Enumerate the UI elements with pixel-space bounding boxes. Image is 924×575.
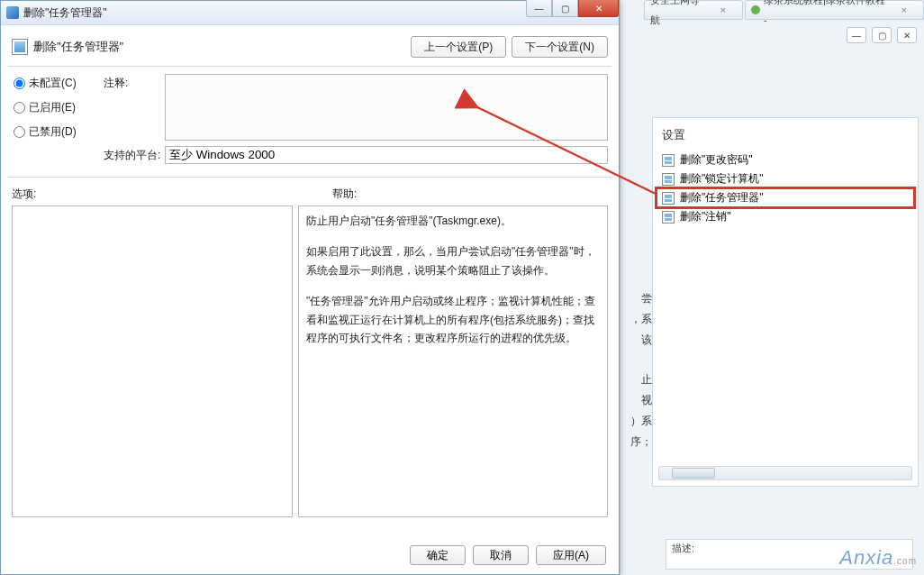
previous-setting-button[interactable]: 上一个设置(P) bbox=[411, 36, 506, 58]
radio-input[interactable] bbox=[14, 102, 25, 114]
help-pane[interactable]: 防止用户启动"任务管理器"(Taskmgr.exe)。 如果启用了此设置，那么，… bbox=[298, 205, 608, 517]
comment-label: 注释: bbox=[104, 74, 165, 141]
radio-disabled[interactable]: 已禁用(D) bbox=[14, 124, 104, 140]
gp-item-task-manager[interactable]: 删除"任务管理器" bbox=[657, 188, 914, 207]
minimize-button[interactable]: — bbox=[847, 27, 866, 43]
dialog-footer: 确定 取消 应用(A) bbox=[410, 545, 606, 565]
watermark: Anxia.com bbox=[839, 546, 917, 570]
gp-item-lock-computer[interactable]: 删除"锁定计算机" bbox=[657, 169, 914, 188]
header-title: 删除"任务管理器" bbox=[33, 39, 405, 55]
gp-item-label: 删除"锁定计算机" bbox=[680, 171, 764, 187]
maximize-button[interactable]: ▢ bbox=[872, 27, 892, 43]
site-icon bbox=[751, 5, 760, 14]
background-text-fragments: 尝 ，系 该 止 视 ）系 序； bbox=[616, 288, 652, 452]
horizontal-scrollbar[interactable] bbox=[658, 466, 912, 480]
apply-button[interactable]: 应用(A) bbox=[536, 545, 606, 565]
policy-icon bbox=[662, 192, 675, 205]
dialog-titlebar[interactable]: 删除"任务管理器" — ▢ ✕ bbox=[1, 1, 619, 25]
gp-list: 删除"更改密码" 删除"锁定计算机" 删除"任务管理器" 删除"注销" bbox=[653, 147, 918, 230]
separator bbox=[8, 177, 611, 178]
radio-unconfigured[interactable]: 未配置(C) bbox=[14, 76, 104, 91]
dialog-header: 删除"任务管理器" 上一个设置(P) 下一个设置(N) bbox=[5, 28, 615, 66]
radio-input[interactable] bbox=[14, 126, 25, 138]
tab-label: 绿茶系统教程|绿茶软件教程 - bbox=[764, 0, 891, 30]
state-radios: 未配置(C) 已启用(E) 已禁用(D) bbox=[14, 74, 104, 169]
ok-button[interactable]: 确定 bbox=[410, 545, 466, 565]
next-setting-button[interactable]: 下一个设置(N) bbox=[512, 36, 608, 58]
gp-item-change-password[interactable]: 删除"更改密码" bbox=[657, 151, 914, 169]
maximize-button[interactable]: ▢ bbox=[552, 0, 578, 17]
options-pane[interactable] bbox=[12, 205, 293, 517]
pane-labels: 选项: 帮助: bbox=[5, 187, 615, 202]
options-label: 选项: bbox=[12, 187, 293, 202]
tab-label: 安全上网导航 bbox=[650, 0, 710, 30]
help-text: 防止用户启动"任务管理器"(Taskmgr.exe)。 bbox=[306, 212, 600, 230]
policy-icon bbox=[662, 211, 675, 224]
scrollbar-thumb[interactable] bbox=[672, 468, 715, 479]
radio-input[interactable] bbox=[14, 78, 25, 89]
radio-label: 未配置(C) bbox=[29, 76, 77, 91]
browser-tab-1[interactable]: 安全上网导航 × bbox=[644, 0, 743, 20]
radio-label: 已禁用(D) bbox=[29, 124, 77, 140]
browser-window-buttons: — ▢ ✕ bbox=[847, 27, 917, 43]
gp-item-label: 删除"注销" bbox=[680, 209, 731, 224]
panes: 防止用户启动"任务管理器"(Taskmgr.exe)。 如果启用了此设置，那么，… bbox=[5, 202, 615, 517]
gp-item-label: 删除"任务管理器" bbox=[680, 190, 764, 205]
dialog-title: 删除"任务管理器" bbox=[23, 5, 613, 21]
policy-icon bbox=[662, 173, 675, 186]
help-text: "任务管理器"允许用户启动或终止程序；监视计算机性能；查看和监视正运行在计算机上… bbox=[306, 292, 600, 347]
help-text: 如果启用了此设置，那么，当用户尝试启动"任务管理器"时，系统会显示一则消息，说明… bbox=[306, 242, 600, 279]
gp-header: 设置 bbox=[653, 118, 918, 147]
comment-input[interactable] bbox=[165, 74, 608, 141]
minimize-button[interactable]: — bbox=[526, 0, 552, 17]
platform-field bbox=[165, 146, 608, 164]
close-button[interactable]: ✕ bbox=[897, 27, 917, 43]
platform-label: 支持的平台: bbox=[104, 146, 165, 164]
close-icon[interactable]: × bbox=[720, 0, 726, 20]
config-fields: 注释: 支持的平台: bbox=[104, 74, 608, 169]
dialog-body: 删除"任务管理器" 上一个设置(P) 下一个设置(N) 未配置(C) 已启用(E… bbox=[5, 28, 615, 570]
browser-tab-2[interactable]: 绿茶系统教程|绿茶软件教程 - × bbox=[745, 0, 924, 20]
close-button[interactable]: ✕ bbox=[578, 0, 619, 17]
group-policy-panel: 设置 删除"更改密码" 删除"锁定计算机" 删除"任务管理器" 删除"注销" bbox=[652, 117, 919, 487]
radio-label: 已启用(E) bbox=[29, 100, 76, 115]
app-icon bbox=[6, 6, 19, 19]
background-browser: 安全上网导航 × 绿茶系统教程|绿茶软件教程 - × — ▢ ✕ 尝 ，系 该 … bbox=[620, 0, 924, 575]
close-icon[interactable]: × bbox=[901, 0, 907, 20]
help-label: 帮助: bbox=[332, 187, 357, 202]
gp-item-label: 删除"更改密码" bbox=[680, 152, 753, 168]
policy-dialog: 删除"任务管理器" — ▢ ✕ 删除"任务管理器" 上一个设置(P) 下一个设置… bbox=[0, 0, 620, 575]
cancel-button[interactable]: 取消 bbox=[473, 545, 529, 565]
browser-tab-strip: 安全上网导航 × 绿茶系统教程|绿茶软件教程 - × bbox=[611, 0, 924, 22]
gp-item-logoff[interactable]: 删除"注销" bbox=[657, 207, 914, 226]
radio-enabled[interactable]: 已启用(E) bbox=[14, 100, 104, 115]
config-area: 未配置(C) 已启用(E) 已禁用(D) 注释: 支持的平台: bbox=[5, 67, 615, 169]
policy-icon bbox=[12, 39, 28, 55]
policy-icon bbox=[662, 154, 675, 167]
